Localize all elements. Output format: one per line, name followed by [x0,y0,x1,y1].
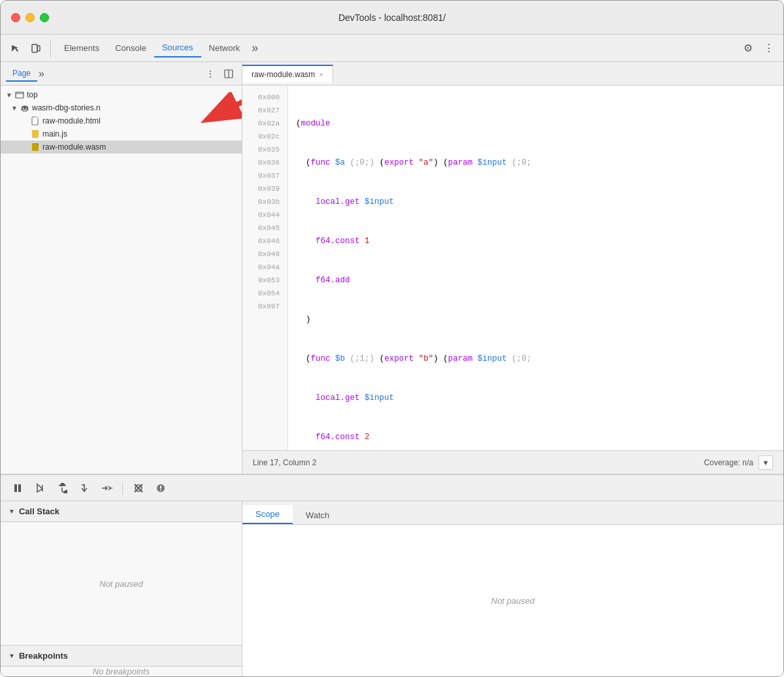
sub-tab-page[interactable]: Page [6,66,37,82]
breakpoints-empty-text: No breakpoints [93,667,150,676]
tab-scope[interactable]: Scope [242,505,293,524]
pause-on-exceptions-button[interactable] [152,479,170,497]
code-line-1: (module [296,117,776,130]
code-line-8: local.get $input [296,391,776,405]
split-pane-icon[interactable] [221,66,237,82]
debug-divider-1 [122,482,123,495]
wasm-file-icon [31,142,40,152]
line-num-7: 0x037 [242,169,287,182]
settings-icon[interactable]: ⚙ [739,39,757,58]
breakpoints-content: No breakpoints [1,667,242,676]
line-numbers: 0x000 0x027 0x02a 0x02c 0x035 0x036 0x03… [242,86,288,450]
svg-rect-22 [160,486,161,489]
line-num-10: 0x044 [242,208,287,222]
code-line-3: local.get $input [296,195,776,208]
tree-item-html[interactable]: ▼ raw-module.html [1,114,242,127]
breakpoints-arrow: ▼ [8,652,15,659]
tree-label-wasm: raw-module.wasm [42,142,106,152]
breakpoints-header[interactable]: ▼ Breakpoints [1,646,242,667]
svg-rect-11 [36,117,38,119]
resume-button[interactable] [31,479,49,497]
code-line-5: f64.add [296,274,776,287]
inspect-icon[interactable] [6,39,24,58]
line-num-2: 0x027 [242,104,287,117]
line-num-14: 0x04a [242,261,287,274]
step-into-button[interactable] [75,479,93,497]
minimize-button[interactable] [25,13,35,22]
tree-item-main-js[interactable]: ▼ main.js [1,127,242,140]
line-num-9: 0x03b [242,195,287,208]
coverage-label: Coverage: n/a [704,458,753,467]
line-num-5: 0x035 [242,143,287,156]
debug-toolbar [1,475,783,501]
maximize-button[interactable] [40,13,49,22]
tree-item-wasm-folder[interactable]: ▼ wasm-dbg-stories.n [1,101,242,114]
device-toolbar-icon[interactable] [27,39,45,58]
tree-item-wasm[interactable]: ▼ raw-module.wasm [1,140,242,154]
svg-rect-5 [16,92,24,98]
file-tree-container: ▼ top ▼ wasm-dbg-stor [1,86,242,474]
code-editor[interactable]: 0x000 0x027 0x02a 0x02c 0x035 0x036 0x03… [242,86,783,450]
step-out-button[interactable] [97,479,116,497]
svg-rect-1 [37,46,40,51]
pause-button[interactable] [8,479,27,497]
code-content[interactable]: (module (func $a (;0;) (export "a") (par… [288,86,783,450]
tab-console[interactable]: Console [107,39,154,57]
html-file-icon [31,116,40,125]
left-bottom-panel: ▼ Call Stack Not paused ▼ Breakpoints No… [1,501,242,676]
tab-elements[interactable]: Elements [56,39,107,57]
breakpoints-title: Breakpoints [19,651,68,661]
code-line-9: f64.const 2 [296,431,776,444]
breakpoints-section: ▼ Breakpoints No breakpoints [1,645,242,676]
coverage-dropdown-button[interactable]: ▼ [759,455,773,470]
line-num-12: 0x046 [242,235,287,248]
call-stack-header[interactable]: ▼ Call Stack [1,501,242,522]
right-bottom-content: Not paused [242,525,783,676]
line-num-1: 0x000 [242,91,287,104]
line-num-8: 0x039 [242,182,287,195]
bottom-panels: ▼ Call Stack Not paused ▼ Breakpoints No… [1,501,783,676]
tree-expand-wasm: ▼ [11,105,18,112]
folder-icon [15,90,24,99]
sub-tab-more-button[interactable]: » [39,68,44,80]
line-num-4: 0x02c [242,130,287,143]
tree-label-wasm-folder: wasm-dbg-stories.n [32,103,101,112]
deactivate-breakpoints-button[interactable] [129,479,148,497]
main-tabs-right: ⚙ ⋮ [739,39,778,58]
line-num-15: 0x053 [242,274,287,287]
title-bar: DevTools - localhost:8081/ [1,1,783,35]
code-line-7: (func $b (;1;) (export "b") (param $inpu… [296,352,776,365]
main-tab-bar: Elements Console Sources Network » ⚙ ⋮ [1,35,783,62]
js-file-icon [31,129,40,139]
three-dots-icon[interactable]: ⋮ [203,66,218,82]
svg-rect-14 [14,484,17,492]
step-over-button[interactable] [53,479,71,497]
tree-label-top: top [27,90,38,99]
call-stack-content: Not paused [1,522,242,645]
line-num-16: 0x054 [242,287,287,300]
line-num-13: 0x048 [242,248,287,261]
more-tabs-button[interactable]: » [248,41,262,55]
tab-watch[interactable]: Watch [293,506,342,524]
tree-label-html: raw-module.html [42,116,101,125]
line-num-17: 0x097 [242,300,287,313]
code-line-4: f64.const 1 [296,235,776,248]
file-tab-label: raw-module.wasm [252,70,315,79]
tab-network[interactable]: Network [201,39,248,57]
status-right: Coverage: n/a ▼ [704,455,773,470]
sub-tabs: Page » ⋮ [1,62,242,86]
menu-icon[interactable]: ⋮ [760,39,778,58]
svg-rect-23 [160,489,161,491]
line-num-3: 0x02a [242,117,287,130]
file-tab-wasm[interactable]: raw-module.wasm × [242,65,333,83]
left-panel: Page » ⋮ [1,62,242,474]
scope-empty-text: Not paused [491,596,535,606]
tab-sources[interactable]: Sources [154,39,201,58]
bottom-section: ▼ Call Stack Not paused ▼ Breakpoints No… [1,474,783,676]
window-title: DevTools - localhost:8081/ [338,12,446,23]
close-tab-icon[interactable]: × [319,71,323,78]
call-stack-arrow: ▼ [8,508,15,515]
tree-item-top[interactable]: ▼ top [1,88,242,101]
right-bottom-panel: Scope Watch Not paused [242,501,783,676]
close-button[interactable] [11,13,20,22]
